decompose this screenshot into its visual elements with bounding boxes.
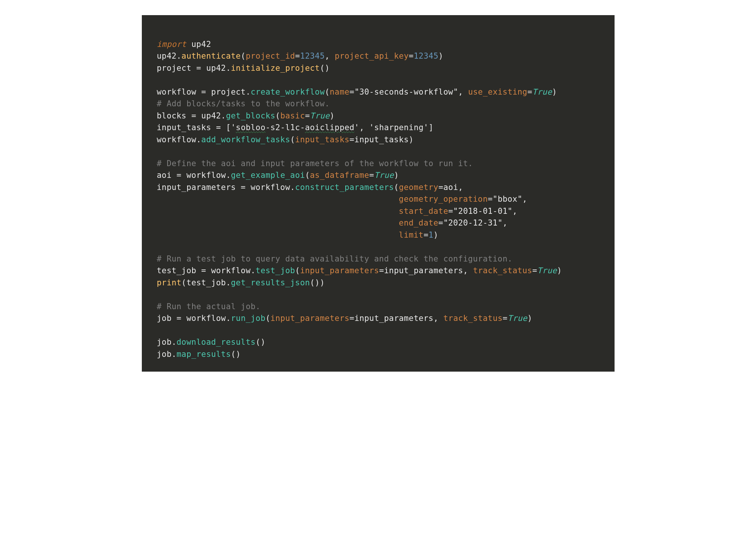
line-5: workflow = project.create_workflow(name=… — [157, 87, 557, 97]
line-9: workflow.add_workflow_tasks(input_tasks=… — [157, 135, 414, 144]
line-8: input_tasks = ['sobloo-s2-l1c-aoiclipped… — [157, 123, 434, 132]
keyword-import: import — [157, 40, 186, 49]
line-14: geometry_operation="bbox", — [157, 195, 528, 204]
line-12: aoi = workflow.get_example_aoi(as_datafr… — [157, 171, 399, 180]
line-19: # Run a test job to query data availabil… — [157, 254, 513, 263]
line-26: job.download_results() — [157, 338, 265, 347]
line-27: job.map_results() — [157, 350, 241, 359]
code-block: import up42 up42.authenticate(project_id… — [142, 15, 615, 372]
line-17: limit=1) — [157, 230, 439, 240]
line-13: input_parameters = workflow.construct_pa… — [157, 183, 463, 192]
line-3: project = up42.initialize_project() — [157, 64, 330, 73]
line-1: import up42 — [157, 40, 211, 49]
line-24: job = workflow.run_job(input_parameters=… — [157, 314, 532, 323]
line-16: end_date="2020-12-31", — [157, 218, 508, 227]
line-20: test_job = workflow.test_job(input_param… — [157, 266, 562, 275]
line-6: # Add blocks/tasks to the workflow. — [157, 99, 330, 108]
line-7: blocks = up42.get_blocks(basic=True) — [157, 111, 335, 120]
line-21: print(test_job.get_results_json()) — [157, 278, 325, 287]
line-11: # Define the aoi and input parameters of… — [157, 159, 473, 168]
line-23: # Run the actual job. — [157, 302, 261, 311]
line-2: up42.authenticate(project_id=12345, proj… — [157, 51, 444, 61]
line-15: start_date="2018-01-01", — [157, 207, 518, 216]
